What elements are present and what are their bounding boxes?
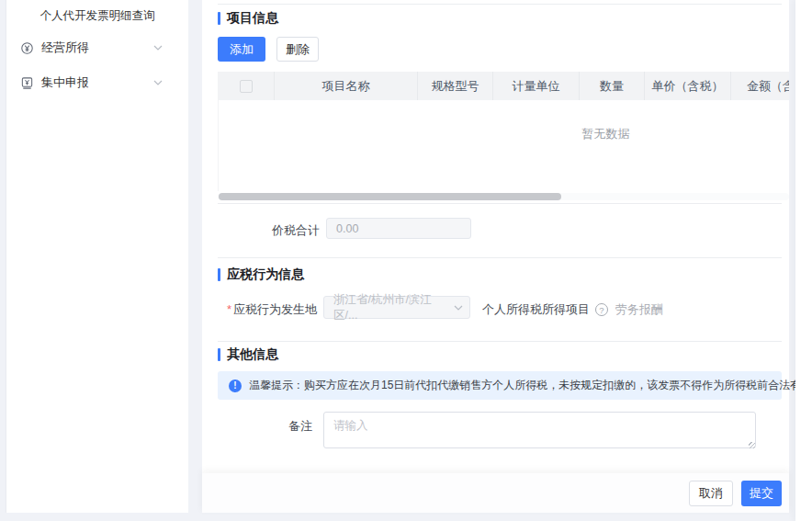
- column-header-amount: 金额（含税）: [731, 72, 789, 100]
- horizontal-scrollbar-thumb[interactable]: [219, 193, 561, 200]
- section-title-project-info: 项目信息: [218, 10, 278, 27]
- taxable-location-select[interactable]: 浙江省/杭州市/滨江区/...: [323, 296, 470, 319]
- column-header-item-name: 项目名称: [275, 72, 418, 100]
- total-amount-input: 0.00: [326, 218, 471, 239]
- income-item-label: 个人所得税所得项目: [482, 301, 590, 318]
- right-edge-panel: [795, 0, 812, 521]
- section-title-taxable-behavior: 应税行为信息: [218, 266, 304, 283]
- textarea-resize-handle[interactable]: [749, 442, 755, 448]
- help-icon[interactable]: ?: [595, 303, 608, 316]
- items-table-header: 项目名称 规格型号 计量单位 数量 单价（含税） 金额（含税）: [218, 72, 789, 100]
- total-amount-label: 价税合计: [218, 222, 320, 239]
- income-item-group: 个人所得税所得项目 ? 劳务报酬: [482, 301, 663, 318]
- required-asterisk: *: [227, 302, 231, 316]
- yen-badge-icon: [19, 40, 34, 55]
- chevron-down-icon: [153, 45, 163, 51]
- yen-card-icon: [19, 75, 34, 90]
- select-all-cell: [218, 72, 275, 100]
- chevron-down-icon: [153, 80, 163, 85]
- footer-action-bar: 取消 提交: [202, 473, 789, 513]
- tip-banner: ! 温馨提示：购买方应在次月15日前代扣代缴销售方个人所得税，未按规定扣缴的，该…: [218, 371, 782, 400]
- section-accent-bar: [218, 12, 220, 25]
- section-accent-bar: [218, 348, 220, 361]
- sidebar: 个人代开发票明细查询 经营所得 集中申报: [6, 0, 188, 513]
- cancel-button[interactable]: 取消: [689, 481, 733, 506]
- items-table: 项目名称 规格型号 计量单位 数量 单价（含税） 金额（含税） 暂无数据: [218, 72, 789, 191]
- remark-label: 备注: [218, 418, 312, 435]
- chevron-down-icon: [454, 305, 463, 311]
- sidebar-item-centralized-declaration[interactable]: 集中申报: [6, 72, 188, 94]
- column-header-unit-price: 单价（含税）: [645, 72, 731, 100]
- sidebar-item-business-income[interactable]: 经营所得: [6, 37, 188, 59]
- delete-button[interactable]: 删除: [276, 37, 319, 62]
- section-title-other-info: 其他信息: [218, 346, 278, 363]
- submit-button[interactable]: 提交: [741, 481, 782, 506]
- empty-data-text: 暂无数据: [581, 126, 629, 142]
- items-table-body: 暂无数据: [218, 100, 789, 191]
- section-divider: [218, 341, 782, 342]
- top-divider: [218, 4, 782, 5]
- sidebar-item-label: 集中申报: [41, 74, 89, 91]
- remark-textarea[interactable]: [323, 412, 756, 448]
- sidebar-item-invoice-detail-query[interactable]: 个人代开发票明细查询: [6, 0, 188, 24]
- sidebar-item-label: 经营所得: [41, 40, 89, 56]
- column-header-unit: 计量单位: [493, 72, 580, 100]
- table-bottom-border: [218, 203, 782, 204]
- income-item-value: 劳务报酬: [615, 301, 663, 318]
- taxable-location-label: *应税行为发生地: [218, 301, 317, 318]
- horizontal-scrollbar[interactable]: [218, 193, 789, 200]
- section-accent-bar: [218, 268, 220, 281]
- add-button[interactable]: 添加: [218, 37, 265, 62]
- select-all-checkbox[interactable]: [240, 80, 253, 93]
- tip-text: 温馨提示：购买方应在次月15日前代扣代缴销售方个人所得税，未按规定扣缴的，该发票…: [249, 378, 812, 393]
- column-header-spec-model: 规格型号: [418, 72, 493, 100]
- section-divider: [218, 257, 782, 258]
- column-header-quantity: 数量: [580, 72, 645, 100]
- main-form-panel: 项目信息 添加 删除 项目名称 规格型号 计量单位 数量 单价（含税） 金额（含…: [202, 0, 789, 513]
- info-icon: !: [229, 379, 242, 392]
